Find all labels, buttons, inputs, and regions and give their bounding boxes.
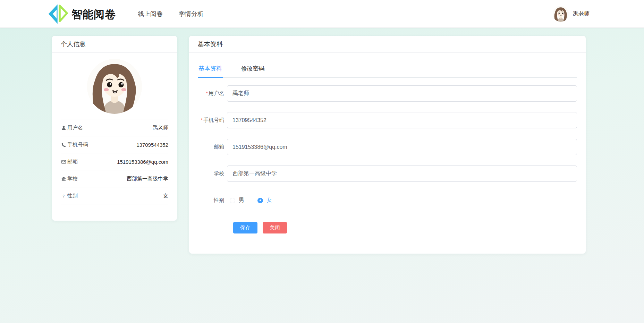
field-label: 手机号码: [203, 117, 224, 123]
save-button[interactable]: 保存: [233, 222, 257, 233]
field-label: 邮箱: [214, 144, 224, 150]
top-navbar: 智能阅卷 线上阅卷 学情分析 禹老师: [0, 0, 644, 28]
radio-male-label[interactable]: 男: [239, 197, 244, 204]
close-button[interactable]: 关闭: [263, 222, 287, 233]
profile-row-school: 学校 西部第一高级中学: [61, 170, 168, 187]
profile-card: 个人信息 用户名 禹老师 手机号码: [52, 36, 177, 221]
profile-row-gender: ♀ 性别 女: [61, 187, 168, 204]
form-row-username: *用户名: [198, 85, 577, 102]
navbar-user-menu[interactable]: 禹老师: [553, 0, 590, 28]
school-field[interactable]: [227, 165, 577, 182]
user-avatar: [553, 6, 569, 22]
navbar-username: 禹老师: [573, 10, 590, 18]
form-row-email: 邮箱: [198, 139, 577, 155]
profile-row-label: 邮箱: [67, 159, 78, 165]
tab-basic-info[interactable]: 基本资料: [198, 61, 223, 78]
brand-logo-icon: [46, 3, 69, 25]
user-icon: [61, 125, 66, 130]
profile-row-phone: 手机号码 13709544352: [61, 136, 168, 153]
profile-row-username: 用户名 禹老师: [61, 119, 168, 136]
field-label: 性别: [198, 197, 224, 204]
gender-radio-female[interactable]: 女: [257, 197, 272, 204]
basic-info-card: 基本资料 基本资料 修改密码 *用户名 *手机号码 邮箱: [189, 36, 586, 254]
gender-radio-male[interactable]: 男: [230, 197, 244, 204]
field-label: 用户名: [209, 90, 224, 96]
profile-row-label: 手机号码: [67, 142, 88, 148]
profile-row-value: 禹老师: [153, 125, 168, 131]
form-actions: 保存 关闭: [233, 222, 577, 233]
phone-icon: [61, 142, 66, 147]
radio-male-circle[interactable]: [230, 198, 235, 203]
form-row-phone: *手机号码: [198, 112, 577, 128]
field-label: 学校: [214, 170, 224, 176]
profile-info-list: 用户名 禹老师 手机号码 13709544352 邮箱: [61, 119, 168, 204]
profile-row-label: 性别: [67, 193, 78, 199]
basic-info-card-title: 基本资料: [189, 36, 586, 53]
profile-row-value: 西部第一高级中学: [127, 176, 168, 182]
profile-card-title: 个人信息: [52, 36, 177, 53]
brand-title: 智能阅卷: [71, 7, 116, 22]
settings-tabs: 基本资料 修改密码: [198, 61, 577, 78]
profile-row-value: 1519153386@qq.com: [117, 159, 168, 165]
email-field[interactable]: [227, 139, 577, 155]
radio-female-label[interactable]: 女: [266, 197, 272, 204]
required-asterisk: *: [206, 91, 208, 96]
nav-item-learning-analysis[interactable]: 学情分析: [179, 10, 204, 18]
page-background: 个人信息 用户名 禹老师 手机号码: [0, 28, 644, 323]
gender-icon: ♀: [61, 193, 66, 198]
basic-info-form: *用户名 *手机号码 邮箱 学校 性别: [198, 85, 577, 233]
profile-row-label: 用户名: [67, 125, 83, 131]
tab-change-password[interactable]: 修改密码: [240, 61, 265, 77]
nav-item-online-marking[interactable]: 线上阅卷: [138, 10, 163, 18]
form-row-gender: 性别 男 女: [198, 197, 577, 204]
profile-row-email: 邮箱 1519153386@qq.com: [61, 153, 168, 170]
required-asterisk: *: [201, 117, 203, 123]
radio-female-circle[interactable]: [257, 198, 263, 203]
username-field[interactable]: [227, 85, 577, 102]
profile-row-value: 女: [163, 193, 168, 199]
mail-icon: [61, 159, 66, 164]
school-icon: [61, 176, 66, 181]
main-nav: 线上阅卷 学情分析: [138, 0, 204, 28]
profile-row-value: 13709544352: [136, 142, 168, 148]
phone-field[interactable]: [227, 112, 577, 128]
profile-row-label: 学校: [67, 176, 78, 182]
profile-avatar-image: [87, 59, 142, 114]
form-row-school: 学校: [198, 165, 577, 182]
